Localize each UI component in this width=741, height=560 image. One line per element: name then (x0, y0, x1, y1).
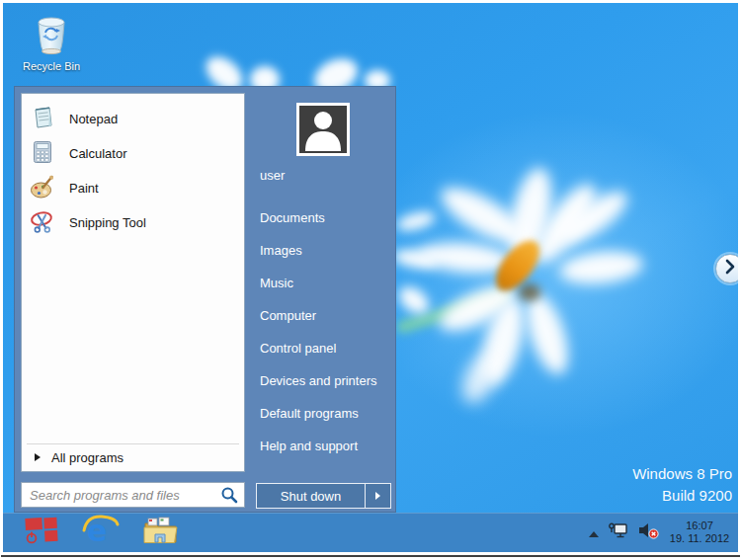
menu-link-default-programs[interactable]: Default programs (260, 397, 393, 430)
all-programs-label: All programs (51, 450, 124, 465)
network-icon[interactable] (608, 522, 628, 543)
tray-time: 16:07 (668, 520, 731, 532)
watermark-edition: Windows 8 Pro (632, 463, 732, 485)
snipping-tool-icon (30, 208, 55, 237)
screenshot-frame: Windows 8 Pro Build 9200 (0, 0, 741, 560)
wallpaper-glow (359, 112, 738, 438)
program-item-paint[interactable]: Paint (22, 171, 244, 205)
user-avatar[interactable] (296, 103, 350, 156)
file-explorer-icon (141, 515, 179, 550)
start-menu-programs-panel: Notepad Calc (21, 93, 245, 472)
search-icon (220, 486, 238, 504)
notepad-icon (30, 105, 55, 133)
program-item-calculator[interactable]: Calculator (22, 136, 244, 171)
taskbar-clock[interactable]: 16:07 19. 11. 2012 (668, 520, 731, 545)
paint-icon (30, 174, 55, 202)
shutdown-button[interactable]: Shut down (257, 484, 365, 508)
internet-explorer-icon: e (82, 514, 120, 551)
all-programs-arrow-icon (34, 450, 41, 465)
program-label: Notepad (69, 112, 118, 126)
chevron-right-icon (716, 253, 738, 284)
shutdown-split-button: Shut down (256, 483, 391, 509)
menu-link-computer[interactable]: Computer (260, 299, 393, 332)
program-item-snipping-tool[interactable]: Snipping Tool (22, 205, 244, 240)
file-explorer-button[interactable] (140, 515, 180, 550)
windows-watermark: Windows 8 Pro Build 9200 (632, 463, 732, 507)
all-programs-button[interactable]: All programs (22, 444, 244, 471)
program-label: Calculator (69, 146, 127, 161)
recycle-bin[interactable]: Recycle Bin (21, 12, 82, 72)
program-label: Snipping Tool (69, 215, 146, 230)
start-menu: Notepad Calc (14, 86, 396, 513)
search-input[interactable] (22, 484, 220, 506)
menu-link-documents[interactable]: Documents (260, 201, 393, 234)
program-item-notepad[interactable]: Notepad (22, 102, 244, 136)
user-name-link[interactable]: user (260, 166, 285, 186)
menu-link-control-panel[interactable]: Control panel (260, 332, 393, 364)
shutdown-options-arrow-icon (374, 487, 381, 505)
start-button[interactable] (20, 515, 67, 550)
edge-chevron-button[interactable] (715, 254, 738, 283)
system-tray: 16:07 19. 11. 2012 (589, 513, 731, 552)
start-button-icon (21, 515, 66, 550)
menu-link-music[interactable]: Music (260, 267, 393, 299)
user-avatar-icon (299, 139, 347, 156)
recycle-bin-label: Recycle Bin (21, 60, 82, 72)
flower-center-shadow (519, 283, 540, 301)
desktop: Windows 8 Pro Build 9200 (3, 3, 738, 552)
tray-date: 19. 11. 2012 (668, 532, 731, 545)
show-hidden-icons-arrow[interactable] (589, 523, 599, 541)
volume-muted-icon[interactable] (637, 522, 659, 543)
menu-link-devices-and-printers[interactable]: Devices and printers (260, 364, 393, 397)
calculator-icon (30, 139, 55, 168)
shutdown-options-button[interactable] (366, 484, 390, 508)
frame-bottom-line (1, 555, 740, 557)
recycle-bin-icon (32, 41, 71, 58)
menu-link-images[interactable]: Images (260, 234, 393, 267)
start-menu-links: Documents Images Music Computer Control … (260, 201, 393, 462)
internet-explorer-button[interactable]: e (81, 515, 121, 550)
program-label: Paint (69, 181, 99, 196)
search-box (21, 482, 245, 508)
taskbar: e (3, 513, 738, 552)
programs-spacer (22, 240, 244, 443)
menu-link-help-and-support[interactable]: Help and support (260, 430, 393, 462)
watermark-build: Build 9200 (632, 485, 732, 507)
